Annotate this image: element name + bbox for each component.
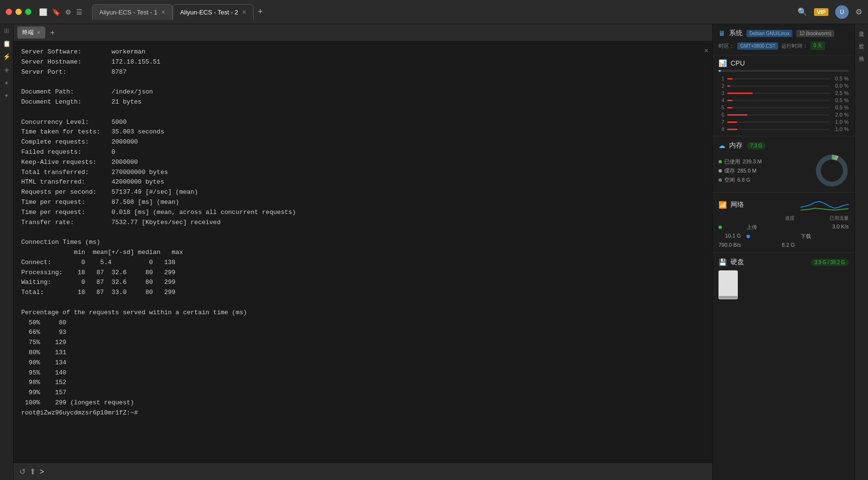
memory-icon: ☁ — [719, 142, 725, 149]
net-speed-label: 速度 — [746, 215, 795, 222]
menu-icon[interactable]: ☰ — [76, 8, 82, 16]
core-num: 8 — [719, 126, 724, 132]
footer-refresh-icon[interactable]: ↺ — [19, 467, 26, 476]
core-bar-fill — [727, 129, 737, 130]
cpu-core-row: 1 0.5 % — [719, 76, 849, 81]
memory-legend: 已使用 239.3 M 缓存 285.0 M 空闲 6.8 G — [719, 158, 762, 184]
core-pct: 0.5 % — [832, 97, 849, 103]
disk-usage-badge: 3.9 G / 39.2 G — [811, 259, 849, 266]
cpu-main-bar — [719, 70, 721, 72]
core-bar-bg — [727, 121, 829, 123]
core-pct: 1.0 % — [832, 126, 849, 132]
search-icon[interactable]: 🔍 — [798, 7, 807, 16]
terminal-text: Server Software: workerman Server Hostna… — [21, 47, 705, 418]
cpu-core-row: 5 0.5 % — [719, 105, 849, 110]
core-pct: 0.5 % — [832, 76, 849, 81]
core-num: 7 — [719, 119, 724, 125]
cpu-bar-icon: 📊 — [719, 59, 727, 67]
uptime-value: 0 天 — [811, 41, 825, 50]
core-bar-bg — [727, 93, 829, 94]
right-sidebar: 流量 监控 插件 — [854, 24, 868, 480]
tab-2-close[interactable]: ✕ — [242, 9, 246, 15]
close-traffic-light[interactable] — [6, 9, 12, 15]
left-icon-3[interactable]: ⚡ — [3, 53, 11, 60]
disk-icon: 💾 — [719, 258, 727, 266]
net-row-used: 8.2 G — [746, 242, 795, 248]
legend-label: 已使用 — [724, 158, 740, 165]
net-row-dot — [746, 235, 750, 238]
bookmark-icon[interactable]: 🔖 — [52, 8, 60, 16]
tab-1-close[interactable]: ✕ — [161, 9, 165, 15]
title-bar: ⬜ 🔖 ⚙ ☰ Aliyun-ECS - Test - 1 ✕ Aliyun-E… — [0, 0, 868, 24]
system-section: 🖥 系统 Debian GNU/Linux 12 (bookworm) 时区： … — [713, 24, 854, 55]
footer-upload-icon[interactable]: ⬆ — [29, 467, 36, 476]
net-row-speed: 3.0 K/s — [800, 224, 849, 231]
disk-title: 硬盘 — [731, 258, 744, 267]
os-badge: Debian GNU/Linux — [746, 30, 792, 37]
core-bar-fill — [727, 93, 753, 94]
tab-2[interactable]: Aliyun-ECS - Test - 2 ✕ — [173, 4, 253, 20]
core-bar-fill — [727, 107, 732, 108]
disk-fill-bar — [719, 296, 737, 299]
vip-badge[interactable]: VIP — [814, 8, 828, 16]
timezone-value: GMT+0800 CST — [737, 42, 778, 50]
maximize-traffic-light[interactable] — [25, 9, 31, 15]
net-row-label: 上传 — [746, 224, 795, 231]
core-pct: 2.0 % — [832, 112, 849, 118]
terminal-close-button[interactable]: ✕ — [705, 45, 708, 56]
terminal-area: 终端 ✕ + ✕ Server Software: workerman Serv… — [14, 24, 712, 480]
left-icon-1[interactable]: ⊞ — [4, 27, 9, 34]
tab-1[interactable]: Aliyun-ECS - Test - 1 ✕ — [92, 4, 173, 20]
core-pct: 0.5 % — [832, 105, 849, 110]
cpu-main-bar-container — [719, 70, 849, 72]
legend-value: 285.0 M — [737, 168, 757, 173]
terminal-tab-bar: 终端 ✕ + — [14, 24, 712, 41]
gear-icon[interactable]: ⚙ — [855, 7, 862, 16]
core-bar-bg — [727, 100, 829, 101]
core-bar-fill — [727, 85, 730, 87]
settings-sliders-icon[interactable]: ⚙ — [65, 8, 71, 16]
cpu-cores-list: 1 0.5 % 2 0.0 % 3 2.5 % 4 0.5 % 5 0.5 % … — [719, 76, 849, 132]
network-section: 📶 网络 速度 已用流量 上传3.0 K/s10.1 G下载790.0 B/s8… — [713, 193, 854, 253]
right-panel: 🖥 系统 Debian GNU/Linux 12 (bookworm) 时区： … — [712, 24, 854, 480]
net-row-speed: 790.0 B/s — [719, 242, 741, 248]
core-bar-bg — [727, 107, 829, 108]
core-num: 1 — [719, 76, 724, 81]
uptime-label: 运行时间： — [781, 42, 808, 50]
terminal-tab-close-icon[interactable]: ✕ — [37, 30, 41, 35]
memory-total-badge: 7.3 G — [746, 142, 766, 149]
donut-segment — [818, 157, 845, 184]
cpu-core-row: 6 2.0 % — [719, 112, 849, 118]
cpu-header: 📊 CPU — [719, 59, 849, 67]
left-icon-2[interactable]: 📋 — [3, 40, 11, 47]
memory-section: ☁ 内存 7.3 G 已使用 239.3 M 缓存 285.0 M 空闲 6.8… — [713, 136, 854, 193]
sidebar-toggle-icon[interactable]: ⬜ — [39, 8, 47, 16]
add-terminal-tab-button[interactable]: + — [48, 28, 56, 37]
add-tab-button[interactable]: + — [254, 5, 267, 19]
core-num: 2 — [719, 83, 724, 89]
left-icon-5[interactable]: ♦ — [5, 79, 8, 86]
terminal-tab-main[interactable]: 终端 ✕ — [17, 27, 45, 39]
avatar[interactable]: U — [835, 5, 849, 19]
core-pct: 2.5 % — [832, 90, 849, 96]
core-bar-fill — [727, 121, 737, 123]
terminal-output: ✕ Server Software: workerman Server Host… — [14, 41, 712, 463]
disk-section: 💾 硬盘 3.9 G / 39.2 G — [713, 253, 854, 304]
core-bar-fill — [727, 100, 732, 101]
left-icon-4[interactable]: ◈ — [4, 66, 9, 73]
prompt-char: > — [40, 467, 44, 476]
memory-title: 内存 — [729, 141, 743, 150]
network-header: 📶 网络 — [719, 198, 849, 212]
legend-item: 空闲 6.8 G — [719, 176, 762, 184]
legend-dot — [719, 178, 722, 182]
system-title: 系统 — [729, 29, 743, 38]
cpu-title: CPU — [731, 59, 745, 67]
system-info-row: 时区： GMT+0800 CST 运行时间： 0 天 — [719, 41, 849, 50]
network-title: 网络 — [731, 200, 744, 209]
disk-header: 💾 硬盘 3.9 G / 39.2 G — [719, 258, 849, 267]
left-icon-6[interactable]: ✦ — [4, 92, 9, 99]
titlebar-right: 🔍 VIP U ⚙ — [798, 5, 862, 19]
titlebar-icons: ⬜ 🔖 ⚙ ☰ — [39, 8, 82, 16]
memory-header: ☁ 内存 7.3 G — [719, 141, 849, 150]
minimize-traffic-light[interactable] — [15, 9, 22, 15]
